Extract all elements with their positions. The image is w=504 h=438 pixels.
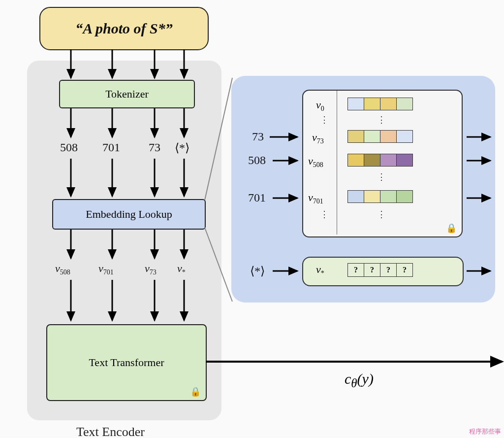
row-label-v508: v508 (308, 155, 323, 169)
embedding-label: Embedding Lookup (86, 208, 172, 221)
row-cells-v701 (347, 190, 413, 203)
row-cells-vstar: ? ? ? ? (347, 263, 413, 277)
cell (397, 154, 412, 166)
table-lock-icon: 🔒 (446, 223, 457, 234)
transformer-label: Text Transformer (89, 356, 164, 369)
cell (348, 131, 364, 142)
qcell: ? (364, 264, 380, 276)
cell (348, 154, 364, 166)
vec-star: v* (177, 262, 186, 276)
input-prompt-box: “A photo of S*” (39, 7, 209, 50)
cell (364, 191, 380, 202)
cell (397, 131, 412, 142)
cell (364, 154, 380, 166)
qcell: ? (397, 264, 412, 276)
vdots: ⋮ (377, 209, 386, 220)
cell (364, 98, 380, 110)
output-label: cθ(y) (345, 371, 374, 390)
vec-73: v73 (145, 262, 157, 276)
row-cells-v508 (347, 154, 413, 167)
qcell: ? (380, 264, 397, 276)
text-encoder-label: Text Encoder (76, 425, 145, 438)
detail-in-73: 73 (252, 130, 264, 143)
detail-in-508: 508 (248, 154, 266, 167)
vec-701: v701 (98, 262, 114, 276)
row-label-v701: v701 (308, 191, 323, 205)
cell (380, 131, 397, 142)
token-508: 508 (60, 141, 78, 154)
cell (364, 131, 380, 142)
row-label-v73: v73 (312, 131, 324, 145)
cell (380, 98, 397, 110)
token-701: 701 (102, 141, 120, 154)
lock-icon: 🔒 (190, 386, 201, 397)
embedding-table-divider (337, 91, 337, 235)
text-transformer-block: Text Transformer 🔒 (46, 324, 207, 401)
input-prompt-text: “A photo of S*” (75, 20, 173, 37)
cell (397, 98, 412, 110)
detail-in-placeholder: ⟨*⟩ (250, 264, 265, 278)
diagram-stage: “A photo of S*” Tokenizer 508 701 73 ⟨*⟩… (0, 0, 504, 438)
vec-508: v508 (55, 262, 70, 276)
row-cells-v73 (347, 130, 413, 143)
tokenizer-label: Tokenizer (105, 88, 149, 101)
vdots: ⋮ (377, 171, 386, 182)
row-cells-v0 (347, 98, 413, 110)
tokenizer-block: Tokenizer (59, 80, 195, 108)
qcell: ? (348, 264, 364, 276)
detail-in-701: 701 (248, 191, 266, 204)
cell (380, 154, 397, 166)
watermark-text: 程序那些事 (469, 427, 501, 436)
row-label-v0: v0 (316, 99, 324, 113)
token-placeholder: ⟨*⟩ (175, 141, 189, 155)
vdots: ⋮ (377, 114, 386, 125)
vdots: ⋮ (320, 114, 329, 125)
vdots: ⋮ (320, 209, 329, 220)
token-73: 73 (149, 141, 160, 154)
row-label-vstar: v* (316, 263, 324, 277)
cell (348, 191, 364, 202)
embedding-lookup-block: Embedding Lookup (52, 199, 206, 230)
cell (348, 98, 364, 110)
cell (380, 191, 397, 202)
cell (397, 191, 412, 202)
